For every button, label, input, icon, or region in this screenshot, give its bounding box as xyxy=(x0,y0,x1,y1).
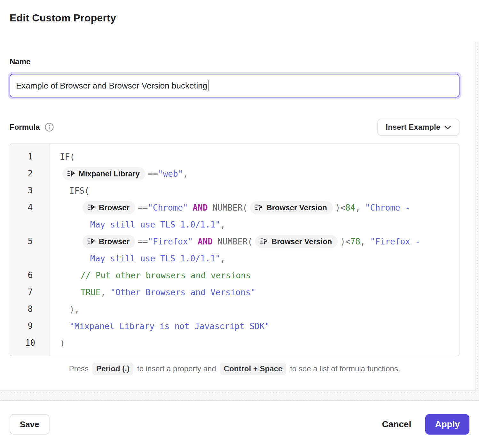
code-token-op: , xyxy=(220,254,225,263)
page-title: Edit Custom Property xyxy=(10,0,459,24)
code-token-op: ), xyxy=(69,305,79,314)
code-token-op: , xyxy=(355,203,360,212)
line-number: 7 xyxy=(10,284,50,301)
code-token-op: , xyxy=(101,288,106,297)
code-token-fn: NUMBER( xyxy=(213,203,248,212)
code-token-op: )< xyxy=(335,203,345,212)
name-label: Name xyxy=(10,57,459,66)
code-token-and: AND xyxy=(198,237,213,246)
line-number: 6 xyxy=(10,267,50,284)
hint-text: to insert a property and xyxy=(137,364,216,373)
line-number: 5 xyxy=(10,233,50,267)
insert-example-button[interactable]: Insert Example xyxy=(377,119,459,136)
code-lines: 1IF(2 Mixpanel Library =="web",3IFS(4 Br… xyxy=(10,148,459,351)
code-line: 5 Browser =="Firefox"ANDNUMBER( Browser … xyxy=(10,233,459,267)
apply-button[interactable]: Apply xyxy=(425,414,469,435)
code-line: 3IFS( xyxy=(10,182,459,199)
page-background-band xyxy=(0,390,479,400)
code-token-str: "Firefox" xyxy=(148,237,193,246)
code-line: 10) xyxy=(10,335,459,351)
code-line: 1IF( xyxy=(10,148,459,165)
code-token-op: == xyxy=(138,203,148,212)
code-token-comment: // Put other browsers and versions xyxy=(81,271,251,280)
line-number: 9 xyxy=(10,318,50,335)
property-cursor-icon xyxy=(87,237,96,246)
code-token-and: AND xyxy=(193,203,208,212)
code-token-kw: IFS( xyxy=(69,186,90,196)
code-token-kw: IF( xyxy=(60,152,75,162)
property-chip[interactable]: Browser Version xyxy=(255,235,338,248)
chevron-down-icon xyxy=(444,123,451,132)
name-input-value: Example of Browser and Browser Version b… xyxy=(16,81,207,91)
code-token-str: "Mixpanel Library is not Javascript SDK" xyxy=(69,321,270,331)
code-token-op: )< xyxy=(340,237,350,246)
property-chip[interactable]: Browser Version xyxy=(250,201,333,214)
code-token-str: "Other Browsers and Versions" xyxy=(110,288,255,297)
name-input[interactable]: Example of Browser and Browser Version b… xyxy=(10,74,459,97)
hint-text: to see a list of formula functions. xyxy=(290,364,400,373)
formula-code-editor[interactable]: 1IF(2 Mixpanel Library =="web",3IFS(4 Br… xyxy=(10,143,459,356)
property-chip-label: Browser xyxy=(99,237,130,246)
page-background-sliver xyxy=(475,42,479,400)
cancel-button[interactable]: Cancel xyxy=(382,419,411,429)
property-cursor-icon xyxy=(260,237,268,246)
line-number: 10 xyxy=(10,335,50,351)
insert-example-label: Insert Example xyxy=(386,123,440,132)
code-token-bool: TRUE xyxy=(81,288,101,297)
property-cursor-icon xyxy=(67,169,75,178)
edit-custom-property-panel: Edit Custom Property Name Example of Bro… xyxy=(0,0,475,390)
code-token-op: , xyxy=(183,169,188,179)
code-token-str: "Chrome" xyxy=(148,203,188,212)
hint-text: Press xyxy=(69,364,89,373)
line-number: 1 xyxy=(10,148,50,165)
property-cursor-icon xyxy=(87,203,96,212)
code-token-fn: NUMBER( xyxy=(217,237,253,246)
control-space-key-chip: Control + Space xyxy=(220,363,286,375)
line-number: 8 xyxy=(10,301,50,318)
code-line: 7TRUE,"Other Browsers and Versions" xyxy=(10,284,459,301)
code-line: 6// Put other browsers and versions xyxy=(10,267,459,284)
code-token-str: "web" xyxy=(158,169,183,179)
line-number: 4 xyxy=(10,199,50,233)
code-token-str: May still use TLS 1.0/1.1" xyxy=(90,254,220,263)
property-chip-label: Browser Version xyxy=(266,203,327,212)
code-token-op: , xyxy=(220,220,225,229)
property-chip-label: Browser xyxy=(99,203,130,212)
code-token-str: "Firefox - xyxy=(370,237,420,246)
editor-hint: Press Period (.) to insert a property an… xyxy=(10,363,459,375)
code-token-str: May still use TLS 1.0/1.1" xyxy=(90,220,220,229)
code-line: 8), xyxy=(10,301,459,318)
code-token-str: "Chrome - xyxy=(365,203,410,212)
text-caret xyxy=(208,80,208,91)
code-token-op: , xyxy=(360,237,365,246)
code-line: 2 Mixpanel Library =="web", xyxy=(10,165,459,182)
period-key-chip: Period (.) xyxy=(92,363,133,375)
formula-label: Formula xyxy=(10,123,40,132)
code-token-op: == xyxy=(148,169,158,179)
property-chip[interactable]: Mixpanel Library xyxy=(62,167,145,181)
code-token-op: ) xyxy=(60,338,65,348)
code-line: 9"Mixpanel Library is not Javascript SDK… xyxy=(10,318,459,335)
info-circle-icon[interactable] xyxy=(44,122,54,132)
line-number: 2 xyxy=(10,165,50,182)
code-token-op: == xyxy=(138,237,148,246)
property-cursor-icon xyxy=(255,203,263,212)
code-token-num: 78 xyxy=(350,237,360,246)
action-footer: Save Cancel Apply xyxy=(0,400,479,448)
property-chip-label: Mixpanel Library xyxy=(79,169,140,178)
property-chip-label: Browser Version xyxy=(271,237,332,246)
code-line: 4 Browser =="Chrome"ANDNUMBER( Browser V… xyxy=(10,199,459,233)
save-button[interactable]: Save xyxy=(10,414,50,435)
property-chip[interactable]: Browser xyxy=(82,235,135,248)
property-chip[interactable]: Browser xyxy=(82,201,135,214)
line-number: 3 xyxy=(10,182,50,199)
code-token-num: 84 xyxy=(345,203,355,212)
